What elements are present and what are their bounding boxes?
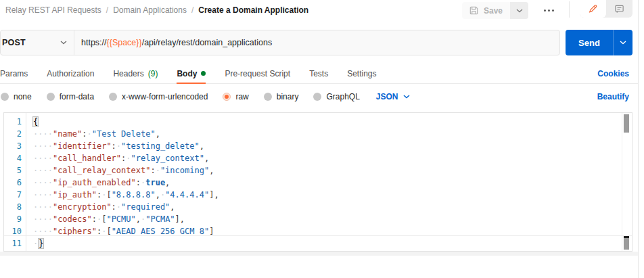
tab-pre-request-script[interactable]: Pre-request Script bbox=[225, 64, 290, 83]
breadcrumb-item[interactable]: Create a Domain Application bbox=[198, 5, 308, 15]
line-number: 6 bbox=[4, 177, 26, 189]
code-line[interactable]: ····"name":·"Test Delete", bbox=[33, 128, 621, 140]
save-icon bbox=[469, 5, 479, 16]
url-input[interactable]: https://{{Space}}/api/relay/rest/domain_… bbox=[74, 30, 272, 55]
breadcrumb-item[interactable]: Domain Applications bbox=[113, 5, 187, 15]
tab-params[interactable]: Params bbox=[0, 64, 28, 83]
radio-icon[interactable] bbox=[264, 93, 272, 101]
token-pn: ], bbox=[175, 214, 185, 224]
comments-button[interactable] bbox=[606, 0, 632, 18]
editor-scrollbar-track[interactable] bbox=[622, 113, 632, 251]
line-number: 2 bbox=[4, 128, 26, 140]
url-environment-variable: {{Space}} bbox=[107, 38, 142, 47]
code-line[interactable]: ·} bbox=[33, 237, 621, 250]
send-dropdown-button[interactable] bbox=[613, 30, 632, 55]
token-pn: , bbox=[165, 178, 170, 187]
code-line[interactable]: ····"ip_auth":·["8.8.8.8",·"4.4.4.4"], bbox=[33, 189, 621, 201]
more-options-icon-dot bbox=[552, 9, 554, 11]
tab-label: Settings bbox=[347, 69, 376, 78]
tab-body[interactable]: Body bbox=[177, 64, 206, 83]
token-pn: , bbox=[170, 202, 175, 212]
token-bh: { bbox=[33, 117, 38, 126]
line-number-gutter: 1234567891011 bbox=[4, 113, 26, 251]
request-url-bar: POST https://{{Space}}/api/relay/rest/do… bbox=[0, 30, 560, 55]
more-options-button[interactable] bbox=[539, 2, 559, 19]
save-button[interactable]: Save bbox=[462, 2, 509, 19]
tab-authorization[interactable]: Authorization bbox=[47, 64, 94, 83]
editor-scrollbar-corner-thumb[interactable] bbox=[624, 236, 629, 250]
radio-icon[interactable] bbox=[109, 93, 117, 101]
code-area[interactable]: {····"name":·"Test Delete",····"identifi… bbox=[27, 113, 621, 251]
code-editor[interactable]: 1234567891011 {····"name":·"Test Delete"… bbox=[3, 112, 632, 252]
token-ws: · bbox=[116, 202, 121, 212]
tab-headers[interactable]: Headers(9) bbox=[113, 64, 158, 83]
code-line[interactable]: ····"identifier":·"testing_delete", bbox=[33, 140, 621, 152]
token-key: "codecs" bbox=[53, 214, 92, 224]
tab-settings[interactable]: Settings bbox=[347, 64, 376, 83]
body-mode-label: raw bbox=[235, 92, 248, 101]
url-path: /api/relay/rest/domain_applications bbox=[142, 38, 272, 47]
code-line[interactable]: ····"call_relay_context":·"incoming", bbox=[33, 164, 621, 177]
language-chevron-down-icon bbox=[403, 95, 410, 99]
token-ws: ···· bbox=[33, 190, 53, 200]
token-key: "name" bbox=[53, 129, 82, 139]
code-line[interactable]: ····"encryption":·"required", bbox=[33, 201, 621, 213]
method-selector[interactable]: POST bbox=[1, 30, 74, 55]
token-st: "PCMA" bbox=[145, 214, 175, 224]
body-mode-label: binary bbox=[277, 92, 299, 101]
token-ws: ···· bbox=[33, 214, 53, 224]
token-ws: · bbox=[116, 141, 121, 151]
token-pn: , bbox=[156, 129, 160, 139]
radio-icon[interactable] bbox=[223, 93, 231, 101]
radio-icon[interactable] bbox=[47, 93, 55, 101]
request-tabs-row: ParamsAuthorizationHeaders(9)BodyPre-req… bbox=[0, 64, 638, 84]
method-chevron-down-icon bbox=[60, 41, 67, 45]
body-mode-x-www-form-urlencoded[interactable]: x-www-form-urlencoded bbox=[109, 92, 208, 101]
line-number: 1 bbox=[4, 116, 26, 128]
token-st: "4.4.4.4" bbox=[165, 190, 209, 200]
body-mode-none[interactable]: none bbox=[1, 92, 32, 101]
radio-icon[interactable] bbox=[313, 93, 321, 101]
token-ws: · bbox=[87, 129, 92, 139]
line-number: 3 bbox=[4, 140, 26, 152]
more-options-icon-dot bbox=[548, 9, 550, 11]
token-ws: · bbox=[33, 239, 38, 248]
token-pn: ] bbox=[209, 227, 214, 236]
radio-icon[interactable] bbox=[1, 93, 9, 101]
token-key: "call_relay_context" bbox=[53, 166, 151, 175]
request-builder-panel: Relay REST API Requests/Domain Applicati… bbox=[0, 0, 639, 278]
language-selector[interactable]: JSON bbox=[376, 92, 410, 101]
code-line[interactable]: ····"call_handler":·"relay_context", bbox=[33, 152, 621, 164]
edit-documentation-button[interactable] bbox=[580, 0, 606, 18]
body-modified-dot bbox=[201, 71, 206, 76]
beautify-link[interactable]: Beautify bbox=[597, 92, 638, 101]
token-pn: : bbox=[112, 202, 116, 212]
body-mode-binary[interactable]: binary bbox=[264, 92, 299, 101]
tab-label: Headers bbox=[113, 69, 143, 78]
editor-scrollbar-thumb[interactable] bbox=[624, 114, 629, 133]
token-ws: ···· bbox=[33, 202, 53, 212]
more-options-icon bbox=[544, 9, 546, 11]
code-line[interactable]: ····"codecs":·["PCMU",·"PCMA"], bbox=[33, 213, 621, 225]
token-st: "relay_context" bbox=[131, 154, 204, 163]
token-pn: : bbox=[112, 141, 116, 151]
token-pn: [ bbox=[106, 190, 111, 200]
save-dropdown-button[interactable] bbox=[510, 2, 528, 19]
line-number: 9 bbox=[4, 213, 26, 225]
line-number: 7 bbox=[4, 189, 26, 201]
send-button-group: Send bbox=[566, 30, 632, 55]
request-row: POST https://{{Space}}/api/relay/rest/do… bbox=[0, 30, 632, 55]
tab-label: Tests bbox=[309, 69, 328, 78]
tab-tests[interactable]: Tests bbox=[309, 64, 328, 83]
breadcrumb-item[interactable]: Relay REST API Requests bbox=[5, 5, 101, 15]
cookies-link[interactable]: Cookies bbox=[597, 69, 638, 78]
token-pn: , bbox=[156, 190, 160, 200]
send-button[interactable]: Send bbox=[566, 30, 613, 55]
code-line[interactable]: ····"ip_auth_enabled":·true, bbox=[33, 177, 621, 189]
body-mode-raw[interactable]: raw bbox=[223, 92, 248, 101]
body-mode-graphql[interactable]: GraphQL bbox=[313, 92, 359, 101]
send-chevron-down-icon bbox=[620, 41, 626, 45]
body-mode-form-data[interactable]: form-data bbox=[47, 92, 94, 101]
code-line[interactable]: { bbox=[33, 116, 621, 128]
breadcrumb-separator: / bbox=[191, 5, 193, 15]
